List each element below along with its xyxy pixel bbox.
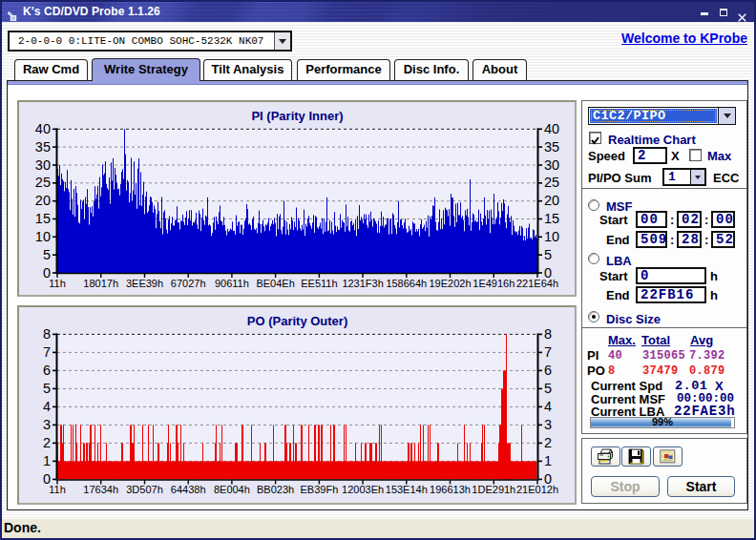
svg-text:35: 35	[35, 139, 51, 155]
svg-text:19E202h: 19E202h	[429, 278, 471, 289]
svg-text:18017h: 18017h	[83, 278, 118, 289]
svg-text:10: 10	[35, 229, 51, 244]
svg-text:3EE39h: 3EE39h	[126, 278, 163, 289]
svg-text:1: 1	[43, 453, 51, 468]
svg-text:17634h: 17634h	[83, 484, 118, 495]
svg-text:12003Eh: 12003Eh	[342, 484, 384, 495]
svg-text:1: 1	[544, 453, 552, 468]
svg-text:4: 4	[43, 399, 51, 414]
svg-text:BE04Eh: BE04Eh	[256, 278, 294, 289]
svg-text:5: 5	[544, 247, 552, 262]
svg-text:7: 7	[544, 344, 552, 360]
svg-text:PO (Parity Outer): PO (Parity Outer)	[247, 314, 347, 328]
svg-text:8: 8	[43, 326, 51, 342]
svg-text:15: 15	[544, 211, 559, 226]
svg-text:3: 3	[43, 417, 51, 432]
svg-text:40: 40	[544, 121, 559, 136]
svg-text:5: 5	[43, 247, 51, 262]
svg-text:PI (Parity Inner): PI (Parity Inner)	[251, 109, 343, 123]
svg-text:8E004h: 8E004h	[214, 484, 250, 495]
svg-text:196613h: 196613h	[430, 484, 471, 495]
svg-text:25: 25	[35, 175, 51, 190]
svg-text:5: 5	[544, 381, 552, 396]
svg-text:EE511h: EE511h	[301, 278, 337, 289]
svg-text:5: 5	[43, 381, 51, 396]
svg-text:11h: 11h	[49, 484, 66, 495]
svg-text:6: 6	[544, 363, 552, 378]
svg-text:10: 10	[544, 229, 559, 244]
svg-text:7: 7	[43, 344, 51, 360]
svg-text:221E64h: 221E64h	[516, 278, 558, 289]
svg-text:15: 15	[35, 211, 51, 226]
svg-text:BB023h: BB023h	[257, 484, 294, 495]
svg-text:EB39Fh: EB39Fh	[301, 484, 339, 495]
svg-text:1231F3h: 1231F3h	[342, 278, 383, 289]
svg-text:4: 4	[544, 399, 552, 414]
svg-text:30: 30	[544, 157, 559, 173]
svg-text:1E4916h: 1E4916h	[472, 278, 514, 289]
svg-text:2: 2	[544, 435, 552, 450]
svg-text:20: 20	[35, 193, 51, 208]
svg-text:11h: 11h	[49, 278, 66, 289]
svg-text:2: 2	[43, 435, 51, 450]
svg-text:25: 25	[544, 175, 559, 190]
svg-text:21E012h: 21E012h	[516, 484, 558, 495]
svg-text:30: 30	[35, 157, 51, 173]
svg-text:64438h: 64438h	[171, 484, 206, 495]
svg-text:3D507h: 3D507h	[126, 484, 163, 495]
svg-text:20: 20	[544, 193, 559, 208]
svg-text:158664h: 158664h	[386, 278, 427, 289]
svg-text:90611h: 90611h	[215, 278, 249, 289]
svg-text:153E14h: 153E14h	[386, 484, 428, 495]
svg-text:3: 3	[544, 417, 552, 432]
svg-text:67027h: 67027h	[171, 278, 206, 289]
svg-text:35: 35	[544, 139, 559, 155]
svg-text:6: 6	[43, 363, 51, 378]
svg-text:8: 8	[544, 326, 552, 342]
svg-text:40: 40	[35, 121, 51, 136]
svg-text:1DE291h: 1DE291h	[472, 484, 515, 495]
